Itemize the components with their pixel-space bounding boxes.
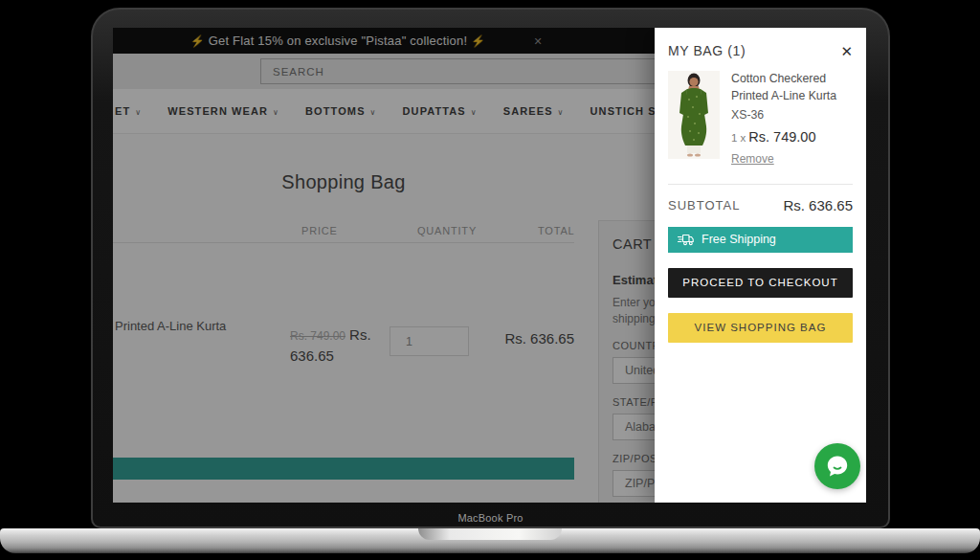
free-shipping-label: Free Shipping — [702, 233, 776, 246]
view-shopping-bag-button[interactable]: VIEW SHOPPING BAG — [668, 313, 853, 343]
remove-item-link[interactable]: Remove — [731, 152, 774, 166]
proceed-to-checkout-button[interactable]: PROCEED TO CHECKOUT — [668, 268, 853, 298]
subtotal-label: SUBTOTAL — [668, 198, 740, 213]
free-shipping-badge: Free Shipping — [668, 227, 853, 253]
drawer-item-price-line: 1 xRs. 749.00 — [731, 129, 853, 145]
cart-drawer-item: Cotton Checkered Printed A-Line Kurta XS… — [668, 71, 853, 167]
macbook-mockup: ⚡ Get Flat 15% on exclusive "Pistaa" col… — [0, 0, 980, 560]
laptop-screen: ⚡ Get Flat 15% on exclusive "Pistaa" col… — [113, 28, 866, 503]
macbook-lid-notch — [418, 528, 562, 540]
subtotal-value: Rs. 636.65 — [783, 197, 853, 213]
chat-widget-button[interactable] — [814, 443, 860, 489]
shipping-truck-icon — [678, 234, 694, 246]
cart-drawer-title: MY BAG (1) — [668, 43, 746, 58]
quantity-multiplier: 1 x — [731, 132, 746, 144]
macbook-pro-label: MacBook Pro — [91, 512, 890, 527]
cart-drawer: MY BAG (1) ✕ — [655, 28, 866, 503]
drawer-item-price: Rs. 749.00 — [748, 129, 815, 145]
close-icon[interactable]: ✕ — [840, 44, 853, 58]
product-image[interactable] — [668, 71, 720, 159]
drawer-item-variant: XS-36 — [731, 108, 853, 122]
drawer-item-name[interactable]: Cotton Checkered Printed A-Line Kurta — [731, 71, 853, 105]
chat-bubble-icon — [825, 454, 850, 479]
subtotal-row: SUBTOTAL Rs. 636.65 — [668, 185, 853, 227]
